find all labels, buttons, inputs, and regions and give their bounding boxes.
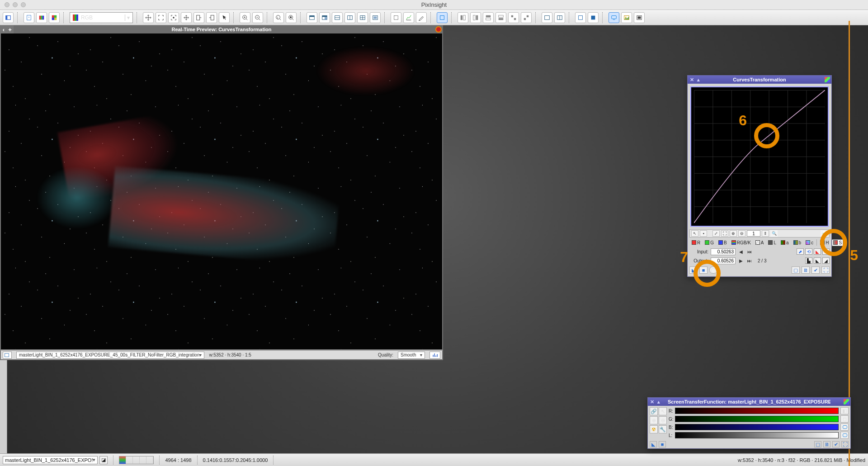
palette-button[interactable] bbox=[49, 12, 60, 23]
preview-close-button[interactable] bbox=[435, 26, 442, 33]
left-panel-handle[interactable]: ‹+ bbox=[0, 25, 14, 33]
display-mask-button[interactable] bbox=[634, 12, 645, 23]
documentation-button[interactable]: 🗎 bbox=[802, 266, 810, 274]
stf-apply-triangle[interactable]: ◣ bbox=[650, 441, 657, 447]
stf-trackview-button[interactable]: ◧ bbox=[840, 407, 849, 414]
stf-r-slider[interactable] bbox=[675, 408, 839, 414]
curves-plot[interactable] bbox=[690, 86, 829, 227]
stf-collapse-icon[interactable]: ▴ bbox=[656, 399, 661, 404]
preview-title-bar[interactable]: Real-Time Preview: CurvesTransformation bbox=[0, 25, 443, 33]
invert-curve-button[interactable]: ◣ bbox=[814, 248, 821, 255]
pointer-tool-button[interactable] bbox=[219, 12, 230, 23]
pan-tool-button[interactable] bbox=[181, 12, 192, 23]
status-file-select[interactable]: masterLight_BIN_1_6252x4176_EXPO! ▾ bbox=[3, 456, 98, 464]
window-mode-5-button[interactable] bbox=[357, 12, 368, 23]
fit-view-button[interactable] bbox=[156, 12, 166, 23]
status-channel-swatches[interactable] bbox=[119, 456, 154, 464]
new-image-button[interactable] bbox=[24, 12, 34, 23]
zoom-in-button[interactable] bbox=[240, 12, 250, 23]
layout-b-button[interactable] bbox=[470, 12, 481, 23]
apply-triangle-button[interactable]: ◣ bbox=[689, 266, 698, 274]
curve-zoom-value[interactable] bbox=[747, 230, 760, 237]
stf-g-slider[interactable] bbox=[675, 416, 839, 422]
stf-check[interactable]: ✔ bbox=[832, 441, 840, 447]
stf-b-slider[interactable] bbox=[675, 424, 839, 430]
stf-auto-button[interactable]: ☢ bbox=[650, 425, 658, 433]
colorspace-button[interactable] bbox=[36, 12, 47, 23]
quality-select[interactable]: Smooth ▾ bbox=[398, 352, 425, 359]
apply-square-button[interactable]: ■ bbox=[699, 266, 708, 274]
channel-h[interactable]: H bbox=[819, 239, 830, 246]
layout-c-button[interactable] bbox=[483, 12, 494, 23]
window-mode-3-button[interactable] bbox=[332, 12, 343, 23]
channel-a-alpha[interactable]: A bbox=[754, 239, 765, 246]
stf-l-slider[interactable] bbox=[675, 432, 839, 438]
status-icon-button[interactable]: ◪ bbox=[99, 456, 108, 464]
curve-pick-tool[interactable]: ↖ bbox=[691, 230, 698, 237]
stf-title-bar[interactable]: ✕ ▴ ScreenTransferFunction: masterLight_… bbox=[648, 398, 850, 406]
curve-zoom-x-out[interactable]: ⤢ bbox=[712, 230, 720, 237]
interp-akima-button[interactable]: ◢ bbox=[822, 257, 830, 264]
realtime-preview-toggle[interactable]: ◯ bbox=[709, 266, 717, 274]
channel-l[interactable]: L bbox=[767, 239, 778, 246]
curves-title-bar[interactable]: ✕ ▴ CurvesTransformation bbox=[688, 76, 831, 84]
rect-select-left-button[interactable] bbox=[193, 12, 204, 23]
input-value[interactable] bbox=[711, 248, 736, 255]
interp-cubic-button[interactable]: ◣ bbox=[814, 257, 821, 264]
curve-zoom-magnifier[interactable]: 🔍 bbox=[770, 230, 778, 237]
mac-minimize-button[interactable] bbox=[13, 2, 18, 7]
layout-a-button[interactable] bbox=[458, 12, 468, 23]
window-mode-1-button[interactable] bbox=[307, 12, 317, 23]
move-tool-button[interactable] bbox=[143, 12, 154, 23]
realtime-preview-button[interactable] bbox=[437, 12, 448, 23]
workspace-2-button[interactable] bbox=[554, 12, 565, 23]
output-value[interactable] bbox=[711, 257, 736, 264]
zoom-out-button[interactable] bbox=[252, 12, 263, 23]
channel-select[interactable]: RGB ▾ bbox=[70, 12, 133, 23]
layout-d-button[interactable] bbox=[495, 12, 506, 23]
graph-tool-button[interactable] bbox=[403, 12, 414, 23]
toggle-explorer-button[interactable] bbox=[3, 12, 14, 23]
stf-monitor-button[interactable]: 🖵 bbox=[840, 423, 849, 431]
display-monitor-button[interactable] bbox=[609, 12, 619, 23]
stf-pointer-button[interactable]: ↖ bbox=[659, 407, 667, 415]
process-a-button[interactable] bbox=[575, 12, 586, 23]
next-point-button[interactable]: ▶ bbox=[738, 257, 744, 264]
channel-s[interactable]: S bbox=[832, 239, 843, 246]
curves-close-icon[interactable]: ✕ bbox=[689, 77, 694, 82]
channel-g[interactable]: G bbox=[703, 239, 715, 246]
stf-reset[interactable]: ⛶ bbox=[841, 441, 849, 447]
edit-tool-button[interactable] bbox=[416, 12, 427, 23]
curve-zoom-out[interactable]: ⊖ bbox=[738, 230, 745, 237]
channel-r[interactable]: R bbox=[690, 239, 702, 246]
new-instance-button[interactable]: ▢ bbox=[792, 266, 800, 274]
reset-button[interactable]: ⛶ bbox=[821, 266, 830, 274]
stf-apply-square[interactable]: ■ bbox=[659, 441, 666, 447]
stf-link-button[interactable]: 🔗 bbox=[650, 407, 658, 415]
interp-linear-button[interactable]: ▙ bbox=[805, 257, 812, 264]
preview-stats-button[interactable] bbox=[429, 352, 440, 359]
channel-b[interactable]: B bbox=[717, 239, 728, 246]
prev-point-button[interactable]: ◀ bbox=[738, 248, 744, 255]
zoom-fit-button[interactable] bbox=[286, 12, 297, 23]
curve-add-point[interactable]: ▪ bbox=[700, 230, 707, 237]
curves-collapse-icon[interactable]: ▴ bbox=[696, 77, 701, 82]
select-tool-button[interactable] bbox=[391, 12, 401, 23]
store-curve-button[interactable]: ⬈ bbox=[797, 248, 804, 255]
channel-c[interactable]: c bbox=[804, 239, 815, 246]
zoom-1to1-button[interactable]: 1 bbox=[273, 12, 284, 23]
curve-zoom-in[interactable]: ⊕ bbox=[730, 230, 737, 237]
delete-point-button[interactable]: ✕ bbox=[822, 248, 830, 255]
stf-wrench-button[interactable]: 🔧 bbox=[659, 425, 667, 433]
layout-e-button[interactable] bbox=[508, 12, 519, 23]
window-mode-2-button[interactable] bbox=[319, 12, 330, 23]
rect-select-right-button[interactable] bbox=[206, 12, 217, 23]
zoom-center-button[interactable] bbox=[168, 12, 179, 23]
stf-doc[interactable]: 🗎 bbox=[823, 441, 830, 447]
workspace-1-button[interactable] bbox=[542, 12, 552, 23]
layout-f-button[interactable] bbox=[521, 12, 532, 23]
preview-canvas[interactable] bbox=[0, 33, 443, 350]
curve-zoom-stepper[interactable]: ⇕ bbox=[762, 230, 769, 237]
curve-zoom-fit[interactable]: ⛶ bbox=[721, 230, 728, 237]
process-b-button[interactable] bbox=[588, 12, 599, 23]
